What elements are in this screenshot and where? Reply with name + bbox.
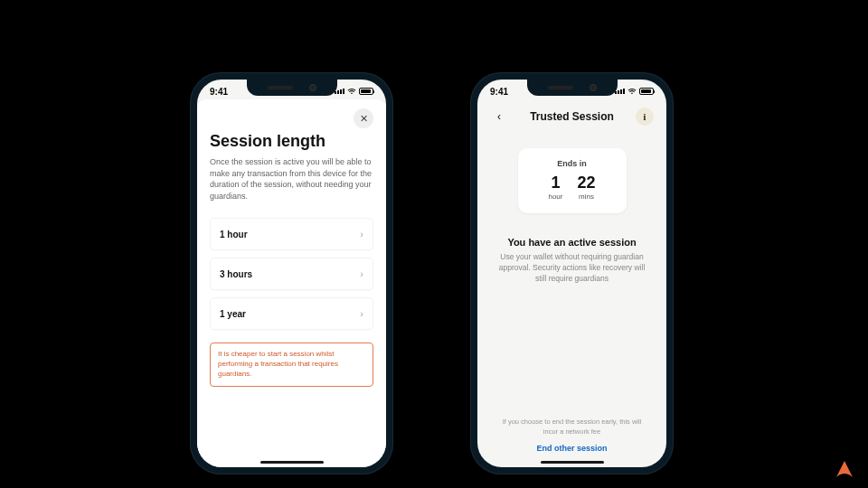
timer-label: Ends in [527, 159, 618, 168]
timer-mins: 22 mins [577, 174, 595, 201]
chevron-left-icon: ‹ [497, 110, 501, 123]
chevron-right-icon: › [360, 229, 363, 239]
option-label: 3 hours [220, 269, 252, 279]
active-session-heading: You have an active session [490, 237, 654, 248]
signal-icon [615, 89, 625, 94]
chevron-right-icon: › [360, 268, 363, 279]
option-1-hour[interactable]: 1 hour › [210, 218, 373, 250]
wifi-icon [347, 88, 356, 95]
active-session-description: Use your wallet without requiring guardi… [490, 252, 654, 285]
device-notch [527, 80, 618, 96]
timer-hours-unit: hour [548, 192, 562, 201]
brand-logo-icon [834, 459, 855, 479]
timer-mins-unit: mins [579, 192, 594, 201]
status-icons [335, 88, 373, 95]
home-indicator [260, 461, 324, 464]
timer-mins-value: 22 [577, 174, 595, 192]
phone-mockup-left: 9:41 ✕ Session length Once the session i… [190, 72, 393, 474]
close-button[interactable]: ✕ [354, 108, 373, 128]
status-time: 9:41 [490, 87, 508, 97]
sheet-title: Session length [210, 132, 373, 151]
screen: 9:41 ‹ Trusted Session i [477, 80, 666, 467]
option-label: 1 hour [220, 230, 248, 239]
option-3-hours[interactable]: 3 hours › [210, 258, 373, 290]
battery-icon [639, 88, 654, 95]
status-time: 9:41 [210, 87, 228, 97]
info-button[interactable]: i [636, 108, 654, 126]
option-1-year[interactable]: 1 year › [210, 297, 373, 330]
battery-icon [359, 88, 373, 95]
phone-mockup-right: 9:41 ‹ Trusted Session i [470, 72, 674, 474]
close-icon: ✕ [360, 113, 368, 125]
trusted-session-page: ‹ Trusted Session i Ends in 1 hour [477, 99, 666, 467]
timer-hours-value: 1 [551, 174, 560, 192]
wifi-icon [627, 88, 637, 95]
end-session-link[interactable]: End other session [490, 444, 654, 453]
session-length-sheet: ✕ Session length Once the session is act… [197, 99, 386, 467]
nav-bar: ‹ Trusted Session i [490, 105, 654, 128]
home-indicator [541, 461, 604, 464]
sheet-description: Once the session is active you will be a… [210, 156, 373, 202]
chevron-right-icon: › [360, 308, 363, 319]
page-title: Trusted Session [530, 110, 614, 123]
timer-hours: 1 hour [548, 174, 562, 201]
status-icons [615, 88, 654, 95]
end-session-note: If you choose to end the session early, … [490, 418, 654, 436]
option-label: 1 year [220, 309, 246, 319]
info-note: It is cheaper to start a session whilst … [210, 343, 373, 386]
back-button[interactable]: ‹ [490, 108, 508, 126]
timer-card: Ends in 1 hour 22 mins [518, 148, 627, 213]
screen: 9:41 ✕ Session length Once the session i… [197, 80, 386, 467]
info-icon: i [644, 112, 646, 122]
device-notch [247, 80, 337, 96]
signal-icon [335, 89, 344, 94]
